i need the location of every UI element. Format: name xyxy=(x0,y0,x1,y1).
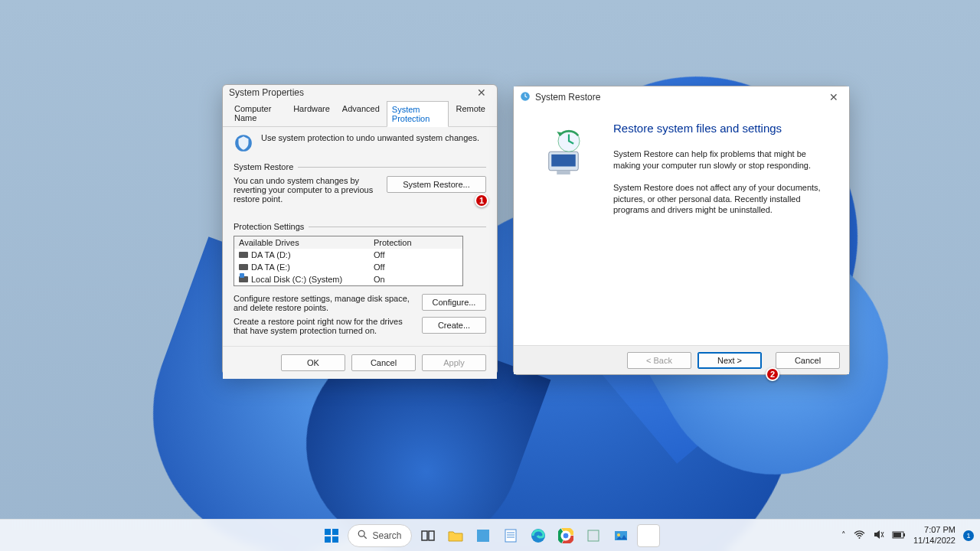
disk-icon xyxy=(239,252,248,258)
titlebar[interactable]: System Restore ✕ xyxy=(514,86,849,108)
system-properties-window: System Properties ✕ Computer Name Hardwa… xyxy=(222,84,498,375)
date-text: 11/14/2022 xyxy=(913,536,956,546)
edge-icon[interactable] xyxy=(527,524,550,547)
back-button: < Back xyxy=(627,352,691,369)
close-icon[interactable]: ✕ xyxy=(472,85,491,100)
svg-point-11 xyxy=(359,530,365,536)
drives-table[interactable]: Available Drives Protection DA TA (D:) O… xyxy=(234,236,463,286)
wizard-text-2: System Restore does not affect any of yo… xyxy=(613,182,831,217)
search-box[interactable]: Search xyxy=(348,524,411,547)
svg-rect-26 xyxy=(588,530,599,541)
app-icon[interactable] xyxy=(472,524,495,547)
restore-icon xyxy=(520,91,531,104)
system-restore-button[interactable]: System Restore... xyxy=(387,176,486,193)
svg-rect-13 xyxy=(422,531,427,540)
tab-strip: Computer Name Hardware Advanced System P… xyxy=(223,100,497,127)
search-icon xyxy=(358,530,368,542)
system-tray[interactable]: ˄ 7:07 PM 11/14/2022 1 xyxy=(841,520,974,551)
wizard-text-1: System Restore can help fix problems tha… xyxy=(613,148,831,171)
system-restore-wizard: System Restore ✕ Restore system files an… xyxy=(513,86,850,375)
notification-badge[interactable]: 1 xyxy=(963,530,974,541)
cancel-button[interactable]: Cancel xyxy=(776,352,840,369)
window-title: System Restore xyxy=(535,92,600,103)
apply-button: Apply xyxy=(422,354,486,371)
chrome-icon[interactable] xyxy=(554,524,577,547)
svg-rect-3 xyxy=(551,155,576,167)
wizard-heading: Restore system files and settings xyxy=(613,122,831,135)
disk-icon xyxy=(239,276,248,282)
callout-badge-1: 1 xyxy=(475,194,488,207)
svg-point-28 xyxy=(617,533,620,536)
notepad-icon[interactable] xyxy=(499,524,522,547)
svg-rect-15 xyxy=(477,530,489,542)
section-restore-title: System Restore xyxy=(234,162,293,171)
time-text: 7:07 PM xyxy=(913,525,956,535)
tab-remote[interactable]: Remote xyxy=(450,100,491,126)
clock[interactable]: 7:07 PM 11/14/2022 xyxy=(913,525,956,545)
svg-rect-10 xyxy=(332,536,338,543)
svg-rect-14 xyxy=(429,531,434,540)
disk-icon xyxy=(239,264,248,270)
battery-icon[interactable] xyxy=(892,530,906,541)
svg-point-29 xyxy=(858,537,860,539)
tab-advanced[interactable]: Advanced xyxy=(337,100,385,126)
create-description: Create a restore point right now for the… xyxy=(234,317,413,335)
svg-rect-34 xyxy=(893,533,901,537)
configure-description: Configure restore settings, manage disk … xyxy=(234,294,413,312)
wizard-graphic xyxy=(514,108,613,345)
wifi-icon[interactable] xyxy=(854,529,865,542)
chevron-up-icon[interactable]: ˄ xyxy=(841,530,846,540)
shield-icon xyxy=(234,133,253,153)
table-row[interactable]: Local Disk (C:) (System) On xyxy=(234,273,462,285)
svg-rect-16 xyxy=(505,530,516,542)
tab-system-protection[interactable]: System Protection xyxy=(387,101,449,127)
tab-computer-name[interactable]: Computer Name xyxy=(229,100,286,126)
svg-point-25 xyxy=(563,533,569,539)
svg-rect-8 xyxy=(332,529,338,535)
restore-description: You can undo system changes by reverting… xyxy=(234,176,377,204)
create-button[interactable]: Create... xyxy=(422,317,486,334)
start-button[interactable] xyxy=(320,524,343,547)
table-row[interactable]: DA TA (E:) Off xyxy=(234,261,462,273)
svg-line-12 xyxy=(364,536,367,538)
next-button[interactable]: Next > xyxy=(697,352,762,369)
search-placeholder: Search xyxy=(372,530,401,541)
configure-button[interactable]: Configure... xyxy=(422,294,486,311)
dialog-body: Use system protection to undo unwanted s… xyxy=(223,127,497,346)
section-protection-title: Protection Settings xyxy=(234,222,304,231)
photos-icon[interactable] xyxy=(609,524,632,547)
file-explorer-icon[interactable] xyxy=(444,524,467,547)
ok-button[interactable]: OK xyxy=(281,354,345,371)
callout-badge-2: 2 xyxy=(766,367,779,381)
titlebar[interactable]: System Properties ✕ xyxy=(223,85,497,100)
svg-rect-4 xyxy=(557,171,570,174)
task-view-icon[interactable] xyxy=(416,524,439,547)
tab-hardware[interactable]: Hardware xyxy=(288,100,335,126)
svg-rect-33 xyxy=(903,533,905,536)
blank-window-icon[interactable] xyxy=(637,524,660,547)
window-title: System Properties xyxy=(229,87,304,98)
app-icon[interactable] xyxy=(582,524,605,547)
table-row[interactable]: DA TA (D:) Off xyxy=(234,249,462,261)
svg-rect-7 xyxy=(325,529,331,535)
taskbar: Search ˄ 7:07 PM 11/14/2022 1 xyxy=(0,519,980,551)
cancel-button[interactable]: Cancel xyxy=(351,354,416,371)
col-header-drives: Available Drives xyxy=(239,238,374,247)
dialog-footer: OK Cancel Apply xyxy=(223,346,497,379)
close-icon[interactable]: ✕ xyxy=(825,90,843,105)
intro-text: Use system protection to undo unwanted s… xyxy=(261,133,479,142)
svg-rect-9 xyxy=(325,536,331,543)
col-header-protection: Protection xyxy=(374,238,458,247)
volume-icon[interactable] xyxy=(873,529,884,542)
wizard-footer: < Back Next > Cancel xyxy=(514,345,849,374)
